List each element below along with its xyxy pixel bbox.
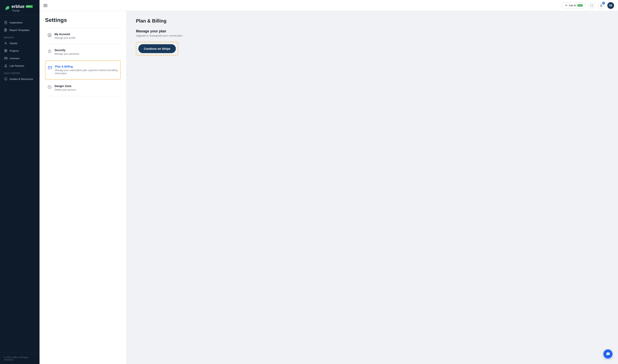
danger-zone-label: Danger Zone: [54, 84, 76, 88]
divider-3: [45, 80, 121, 80]
settings-item-my-account[interactable]: My Account Manage your profile: [45, 29, 121, 44]
topbar: Ask AI beta 1 DE: [40, 0, 618, 11]
sidebar-item-label-licenses: Licenses: [10, 57, 20, 60]
avatar-initials: DE: [609, 4, 612, 7]
grid-icon: [4, 49, 8, 52]
ban-icon: [47, 85, 52, 89]
clipboard-icon: [4, 21, 8, 24]
ask-ai-button[interactable]: Ask AI beta: [562, 2, 586, 9]
svg-rect-14: [48, 51, 51, 53]
my-account-desc: Manage your profile: [54, 36, 76, 40]
svg-rect-9: [6, 58, 7, 59]
card-icon: [48, 65, 52, 70]
sidebar-item-label-inspections: Inspections: [10, 21, 23, 24]
svg-line-17: [48, 86, 51, 88]
settings-panel: Settings My Account Manage your profile: [40, 11, 126, 364]
expand-icon: [590, 4, 593, 7]
danger-zone-text: Danger Zone Delete your account: [54, 84, 76, 91]
avatar[interactable]: DE: [607, 2, 614, 9]
manage-plan-section: Manage your plan Upgrade or downgrade yo…: [136, 29, 608, 55]
security-desc: Manage your password: [54, 52, 79, 56]
svg-point-13: [49, 34, 50, 35]
sidebar-item-clients[interactable]: Clients: [0, 39, 40, 47]
sidebar-item-guides[interactable]: Guides & Resources: [0, 75, 40, 83]
sidebar-item-label-lab-partners: Lab Partners: [10, 64, 24, 67]
manage-plan-subtext: Upgrade or downgrade your current plan.: [136, 34, 608, 37]
license-icon: [4, 56, 8, 60]
stripe-button-wrapper: Continue on Stripe: [136, 42, 178, 55]
svg-rect-4: [5, 50, 6, 51]
person-icon: [4, 41, 8, 45]
main-area: Ask AI beta 1 DE Settings: [40, 0, 618, 364]
svg-rect-7: [6, 51, 7, 52]
topbar-right: Ask AI beta 1 DE: [562, 2, 614, 9]
person-circle-icon: [47, 33, 52, 37]
continue-on-stripe-button[interactable]: Continue on Stripe: [138, 44, 176, 53]
billing-page-title: Plan & Billing: [136, 18, 608, 24]
expand-button[interactable]: [588, 2, 595, 9]
chat-icon: [606, 352, 610, 356]
ask-ai-label: Ask AI: [569, 4, 576, 7]
notifications-button[interactable]: 1: [598, 2, 605, 9]
sidebar-item-inspections[interactable]: Inspections: [0, 19, 40, 26]
settings-item-security[interactable]: Security Manage your password: [45, 45, 121, 60]
bell-icon: [600, 4, 603, 7]
logo-name: erblue: [12, 4, 25, 9]
sidebar: erblue BETA Portal Inspections: [0, 0, 40, 364]
sidebar-item-lab-partners[interactable]: Lab Partners: [0, 62, 40, 69]
chat-fab-button[interactable]: [603, 349, 612, 358]
menu-toggle-button[interactable]: [43, 4, 47, 7]
billing-content-area: Plan & Billing Manage your plan Upgrade …: [126, 11, 618, 364]
sidebar-logo: erblue BETA Portal: [0, 0, 40, 16]
my-account-label: My Account: [54, 33, 76, 36]
sidebar-item-label-report-templates: Report Templates: [10, 29, 30, 32]
settings-item-danger-zone[interactable]: Danger Zone Delete your account: [45, 80, 121, 96]
notification-count: 1: [602, 2, 605, 5]
sidebar-item-label-clients: Clients: [10, 42, 17, 45]
ai-sparkle-icon: [565, 4, 568, 7]
topbar-left: [43, 4, 47, 7]
divider-1: [45, 44, 121, 44]
sidebar-item-label-guides: Guides & Resources: [10, 78, 33, 80]
sidebar-item-label-projects: Projects: [10, 49, 19, 52]
plan-billing-text: Plan & Billing Manage your subscription …: [55, 65, 118, 75]
file-icon: [4, 28, 8, 32]
beta-badge: BETA: [26, 5, 33, 8]
settings-divider: [45, 28, 121, 28]
info-icon: [4, 77, 8, 81]
sidebar-item-report-templates[interactable]: Report Templates: [0, 26, 40, 34]
settings-title: Settings: [45, 17, 121, 23]
sidebar-item-projects[interactable]: Projects: [0, 47, 40, 54]
divider-4: [45, 96, 121, 96]
ai-beta-badge: beta: [578, 4, 583, 7]
manage-section-label: MANAGE: [0, 34, 40, 39]
danger-zone-desc: Delete your account: [54, 88, 76, 91]
lock-icon: [47, 49, 52, 53]
sidebar-item-licenses[interactable]: Licenses: [0, 54, 40, 62]
svg-point-3: [5, 42, 6, 43]
plan-billing-label: Plan & Billing: [55, 65, 118, 68]
svg-rect-15: [48, 66, 52, 69]
svg-rect-6: [5, 51, 6, 52]
svg-rect-5: [6, 50, 7, 51]
settings-item-plan-billing[interactable]: Plan & Billing Manage your subscription …: [45, 61, 121, 80]
my-account-text: My Account Manage your profile: [54, 33, 76, 40]
content-area: Settings My Account Manage your profile: [40, 11, 618, 364]
svg-point-10: [5, 66, 6, 66]
security-text: Security Manage your password: [54, 49, 79, 56]
help-section-label: HELP CENTER: [0, 69, 40, 75]
logo-portal: Portal: [12, 9, 33, 12]
security-label: Security: [54, 49, 79, 52]
sidebar-footer: © 2024, erblue. All Rights Reserved.: [0, 353, 40, 364]
lab-icon: [4, 64, 8, 67]
plan-billing-desc: Manage your subscription plan, payment m…: [55, 69, 118, 75]
manage-plan-heading: Manage your plan: [136, 29, 608, 33]
logo-icon: [4, 5, 10, 11]
sidebar-navigation: Inspections Report Templates MANAGE Clie…: [0, 16, 40, 86]
